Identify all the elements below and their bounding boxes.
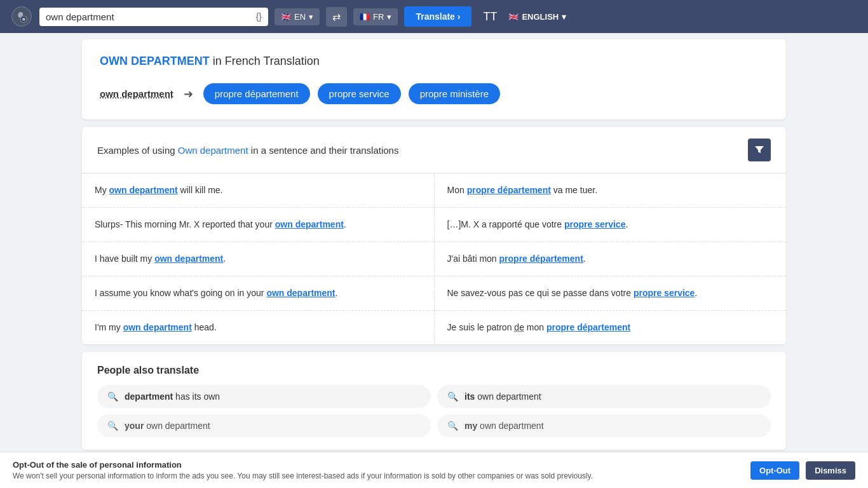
example-link[interactable]: own department bbox=[154, 254, 223, 264]
cookie-bar: Opt-Out of the sale of personal informat… bbox=[0, 452, 868, 456]
example-row: My own department will kill me. Mon prop… bbox=[82, 173, 786, 208]
font-size-button[interactable]: TT bbox=[478, 8, 502, 26]
example-row: I'm my own department head. Je suis le p… bbox=[82, 311, 786, 344]
people-also-card: People also translate 🔍 department has i… bbox=[82, 352, 786, 450]
example-link[interactable]: de bbox=[514, 322, 524, 332]
example-row: I have built my own department. J'ai bât… bbox=[82, 242, 786, 276]
examples-card: Examples of using Own department in a se… bbox=[82, 127, 786, 344]
filter-button[interactable] bbox=[748, 139, 771, 161]
svg-point-2 bbox=[22, 18, 25, 21]
swap-languages-button[interactable]: ⇄ bbox=[326, 7, 347, 27]
translation-card: OWN DEPARTMENT in French Translation own… bbox=[82, 39, 786, 119]
example-link[interactable]: propre département bbox=[467, 185, 551, 195]
examples-prefix: Examples of using bbox=[97, 145, 178, 156]
examples-header: Examples of using Own department in a se… bbox=[82, 127, 786, 173]
source-lang-label: EN bbox=[294, 12, 306, 22]
search-box: {} bbox=[39, 8, 268, 26]
arrow-icon: ➜ bbox=[184, 87, 193, 101]
search-icon: 🔍 bbox=[447, 391, 458, 402]
example-fr-2: […]M. X a rapporté que votre propre serv… bbox=[435, 208, 787, 241]
target-lang-label: FR bbox=[373, 12, 384, 22]
translation-title-rest: in French Translation bbox=[213, 55, 320, 67]
language-selector-button[interactable]: 🇬🇧 ENGLISH ▾ bbox=[508, 12, 566, 22]
example-row: I assume you know what's going on in you… bbox=[82, 276, 786, 311]
example-fr-4: Ne savez-vous pas ce qui se passe dans v… bbox=[435, 276, 787, 310]
examples-suffix: in a sentence and their translations bbox=[251, 145, 399, 156]
search-icon: 🔍 bbox=[107, 421, 118, 431]
format-icon[interactable]: {} bbox=[256, 11, 262, 22]
example-fr-3: J'ai bâti mon propre département. bbox=[435, 242, 787, 276]
translation-pill-1[interactable]: propre département bbox=[203, 83, 310, 104]
source-flag: 🇬🇧 bbox=[281, 12, 291, 22]
also-grid: 🔍 department has its own 🔍 its own depar… bbox=[97, 385, 771, 437]
english-label: ENGLISH bbox=[522, 12, 559, 22]
header: {} 🇬🇧 EN ▾ ⇄ 🇫🇷 FR ▾ Translate › TT 🇬🇧 E… bbox=[0, 0, 868, 33]
also-item-text: your own department bbox=[125, 421, 210, 431]
translate-button[interactable]: Translate › bbox=[404, 6, 471, 27]
also-item-2[interactable]: 🔍 its own department bbox=[437, 385, 771, 408]
target-flag: 🇫🇷 bbox=[360, 12, 370, 22]
target-lang-button[interactable]: 🇫🇷 FR ▾ bbox=[353, 8, 398, 25]
example-link[interactable]: propre service bbox=[564, 219, 626, 229]
search-input[interactable] bbox=[46, 11, 251, 22]
example-link[interactable]: propre département bbox=[546, 322, 630, 332]
also-item-text: my own department bbox=[465, 421, 544, 431]
example-en-5: I'm my own department head. bbox=[82, 311, 435, 344]
translation-title: OWN DEPARTMENT in French Translation bbox=[100, 55, 768, 68]
example-en-2: Slurps- This morning Mr. X reported that… bbox=[82, 208, 435, 241]
example-fr-1: Mon propre département va me tuer. bbox=[435, 173, 787, 207]
example-en-4: I assume you know what's going on in you… bbox=[82, 276, 435, 310]
logo[interactable] bbox=[10, 5, 33, 28]
also-item-3[interactable]: 🔍 your own department bbox=[97, 414, 431, 437]
examples-title: Examples of using Own department in a se… bbox=[97, 145, 398, 156]
also-item-1[interactable]: 🔍 department has its own bbox=[97, 385, 431, 408]
example-row: Slurps- This morning Mr. X reported that… bbox=[82, 208, 786, 242]
example-en-3: I have built my own department. bbox=[82, 242, 435, 276]
example-link[interactable]: own department bbox=[266, 288, 335, 298]
english-flag: 🇬🇧 bbox=[508, 12, 519, 22]
main-content: OWN DEPARTMENT in French Translation own… bbox=[72, 33, 796, 456]
example-link[interactable]: own department bbox=[109, 185, 178, 195]
target-lang-dropdown-icon: ▾ bbox=[387, 12, 391, 22]
examples-highlight: Own department bbox=[178, 145, 248, 156]
people-also-title: People also translate bbox=[97, 365, 771, 376]
example-fr-5: Je suis le patron de mon propre départem… bbox=[435, 311, 787, 344]
also-item-text: its own department bbox=[465, 391, 541, 402]
source-lang-dropdown-icon: ▾ bbox=[309, 12, 313, 22]
also-item-4[interactable]: 🔍 my own department bbox=[437, 414, 771, 437]
translation-pill-2[interactable]: propre service bbox=[318, 83, 401, 104]
source-phrase: own department bbox=[100, 88, 173, 99]
example-en-1: My own department will kill me. bbox=[82, 173, 435, 207]
translation-options: own department ➜ propre département prop… bbox=[100, 83, 768, 104]
example-link[interactable]: own department bbox=[275, 219, 344, 229]
example-link[interactable]: propre service bbox=[634, 288, 695, 298]
translation-pill-3[interactable]: propre ministère bbox=[409, 83, 500, 104]
search-icon: 🔍 bbox=[447, 421, 458, 431]
also-item-text: department has its own bbox=[125, 391, 220, 402]
source-lang-button[interactable]: 🇬🇧 EN ▾ bbox=[275, 8, 320, 25]
example-link[interactable]: own department bbox=[123, 322, 192, 332]
example-link[interactable]: propre département bbox=[499, 254, 583, 264]
source-word-heading: OWN DEPARTMENT bbox=[100, 55, 210, 67]
search-icon: 🔍 bbox=[107, 391, 118, 402]
english-dropdown-icon: ▾ bbox=[562, 12, 566, 22]
